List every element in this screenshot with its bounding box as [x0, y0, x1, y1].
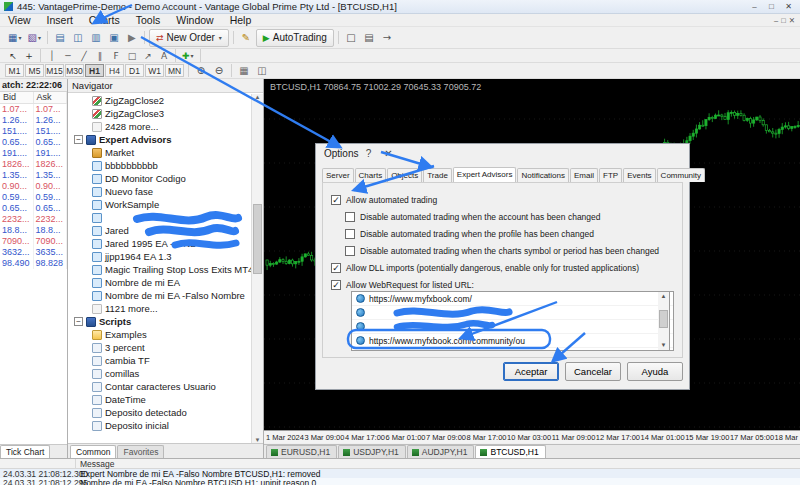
trendline-icon[interactable]: ╱ [76, 50, 92, 62]
navigator-item-deposito-inicial[interactable]: Deposito inicial [68, 419, 251, 432]
checkbox[interactable]: ✓ [331, 195, 341, 205]
tile-windows-icon[interactable]: ▦ [235, 63, 253, 79]
child-restore-button[interactable]: □ [781, 16, 786, 25]
minimize-button[interactable]: – [747, 2, 762, 11]
tree-expander[interactable]: − [74, 135, 83, 144]
market-watch-row[interactable]: 7090...7090... [0, 236, 67, 247]
navigator-item-datetime[interactable]: DateTime [68, 393, 251, 406]
navigator-item-zigzagclose2[interactable]: ZigZagClose2 [68, 94, 251, 107]
cascade-windows-icon[interactable]: ◫ [253, 63, 271, 79]
navigator-item-nombre-de-mi-ea[interactable]: Nombre de mi EA [68, 276, 251, 289]
ayuda-button[interactable]: Ayuda [627, 362, 683, 381]
navigator-item-1121-more[interactable]: 1121 more... [68, 302, 251, 315]
navigator-item-scripts[interactable]: −Scripts [68, 315, 251, 328]
child-minimize-button[interactable]: – [774, 16, 778, 25]
option-allow-automated-trading[interactable]: ✓Allow automated trading [331, 193, 682, 206]
chart-shift-icon[interactable]: → [378, 30, 396, 46]
scroll-up-icon[interactable]: ▲ [255, 94, 261, 100]
option-disable-automated-trading-when-the-accou[interactable]: Disable automated trading when the accou… [345, 210, 682, 223]
market-watch-row[interactable]: 98.49098.828 [0, 258, 67, 269]
channel-icon[interactable]: ∥ [92, 50, 108, 62]
navigator-item-examples[interactable]: Examples [68, 328, 251, 341]
arrows-icon[interactable]: ↗ [140, 50, 156, 62]
scroll-down-icon[interactable]: ▼ [658, 341, 669, 350]
text-icon[interactable]: A [156, 50, 172, 62]
log-row[interactable]: 24.03.31 21:08:12.295Nombre de mi EA -Fa… [0, 478, 800, 485]
navigator-item-jared-1995-ea-gnd[interactable]: Jared 1995 EA - GND [68, 237, 251, 250]
zoom-out-icon[interactable]: ⊖ [210, 63, 228, 79]
market-watch-row[interactable]: 18.8...18.8... [0, 225, 67, 236]
print-icon[interactable]: ▤ [360, 30, 378, 46]
cancelar-button[interactable]: Cancelar [565, 362, 621, 381]
checkbox[interactable]: ✓ [331, 263, 341, 273]
options-tab-server[interactable]: Server [322, 168, 354, 182]
timeframe-w1[interactable]: W1 [145, 64, 164, 77]
timeframe-d1[interactable]: D1 [125, 64, 144, 77]
autotrading-button[interactable]: ▶AutoTrading [256, 29, 334, 47]
navigator-item-zigzagclose3[interactable]: ZigZagClose3 [68, 107, 251, 120]
checkbox[interactable] [345, 246, 355, 256]
market-watch-row[interactable]: 0.59...0.59... [0, 192, 67, 203]
timeframe-m15[interactable]: M15 [45, 64, 64, 77]
market-watch-row[interactable]: 191....191.... [0, 148, 67, 159]
url-row-1[interactable]: https://www.myfxbook.com/ [352, 292, 673, 306]
url-row-3[interactable] [352, 320, 673, 334]
market-watch-row[interactable]: 1.26...1.26... [0, 115, 67, 126]
checkbox[interactable] [345, 229, 355, 239]
market-watch-row[interactable]: 3632...3635... [0, 247, 67, 258]
shapes-icon[interactable]: □ [124, 50, 140, 62]
option-allow-webrequest-for-listed-url[interactable]: ✓Allow WebRequest for listed URL: [331, 278, 682, 291]
maximize-button[interactable]: □ [764, 2, 779, 11]
navigator-item-market[interactable]: Market [68, 146, 251, 159]
scroll-up-icon[interactable]: ▲ [661, 293, 667, 299]
scrollbar-thumb[interactable] [253, 204, 262, 274]
options-tab-charts[interactable]: Charts [355, 168, 387, 182]
options-tab-email[interactable]: Email [570, 168, 598, 182]
navigator-item-bbbbbbbbbb[interactable]: bbbbbbbbbb [68, 159, 251, 172]
cursor-icon[interactable]: ↖ [5, 50, 21, 62]
market-watch-row[interactable]: 1826...1826... [0, 159, 67, 170]
timeframe-m1[interactable]: M1 [5, 64, 24, 77]
crosshair-icon[interactable]: + [21, 50, 37, 62]
options-tab-expert-advisors[interactable]: Expert Advisors [453, 167, 517, 183]
market-watch-icon[interactable]: ▤ [51, 30, 69, 46]
menu-charts[interactable]: Charts [81, 14, 128, 26]
child-close-button[interactable]: ✕ [789, 16, 795, 25]
zoom-in-icon[interactable]: ⊕ [192, 63, 210, 79]
option-allow-dll-imports-potentially-dangerous-[interactable]: ✓Allow DLL imports (potentially dangerou… [331, 261, 682, 274]
fibonacci-icon[interactable]: F [108, 50, 124, 62]
market-watch-row[interactable]: 0.90...0.90... [0, 181, 67, 192]
options-tab-events[interactable]: Events [623, 168, 655, 182]
navigator-item-comillas[interactable]: comillas [68, 367, 251, 380]
market-watch-row[interactable]: 151....151.... [0, 126, 67, 137]
terminal-icon[interactable]: ▣ [105, 30, 123, 46]
tab-favorites[interactable]: Favorites [117, 445, 164, 458]
chart-tab-usdjpy-h1[interactable]: USDJPY,H1 [338, 445, 406, 458]
menu-insert[interactable]: Insert [39, 14, 81, 26]
options-tab-objects[interactable]: Objects [387, 168, 422, 182]
options-tab-community[interactable]: Community [657, 168, 705, 182]
new-chart-icon[interactable]: ▦▾ [5, 30, 24, 46]
navigator-item-3-percent[interactable]: 3 percent [68, 341, 251, 354]
chart-tab-audjpy-h1[interactable]: AUDJPY,H1 [407, 445, 475, 458]
checkbox[interactable]: ✓ [331, 280, 341, 290]
new-order-button[interactable]: ⇄New Order▾ [149, 29, 229, 47]
checkbox[interactable] [345, 212, 355, 222]
menu-tools[interactable]: Tools [128, 14, 169, 26]
market-watch-row[interactable]: 0.65...0.65... [0, 203, 67, 214]
timeframe-m5[interactable]: M5 [25, 64, 44, 77]
timeframe-h1[interactable]: H1 [85, 64, 104, 77]
navigator-item-nombre-de-mi-ea-falso-nombre[interactable]: Nombre de mi EA -Falso Nombre [68, 289, 251, 302]
option-disable-automated-trading-when-the-profi[interactable]: Disable automated trading when the profi… [345, 227, 682, 240]
vertical-line-icon[interactable]: │ [44, 50, 60, 62]
dialog-help-button[interactable]: ? [358, 145, 378, 161]
profiles-icon[interactable]: ▧▾ [24, 30, 43, 46]
url-list-scrollbar[interactable]: ▲ ▼ [658, 291, 670, 351]
data-window-icon[interactable]: ◫ [69, 30, 87, 46]
strategy-tester-icon[interactable]: ▶ [123, 30, 141, 46]
navigator-item-jjpp1964-ea-1-3[interactable]: jjpp1964 EA 1.3 [68, 250, 251, 263]
scrollbar-thumb[interactable] [659, 310, 668, 328]
market-watch-row[interactable]: 0.65...0.65... [0, 137, 67, 148]
timeframe-mn[interactable]: MN [165, 64, 184, 77]
navigator-item-contar-caracteres-usuario[interactable]: Contar caracteres Usuario [68, 380, 251, 393]
